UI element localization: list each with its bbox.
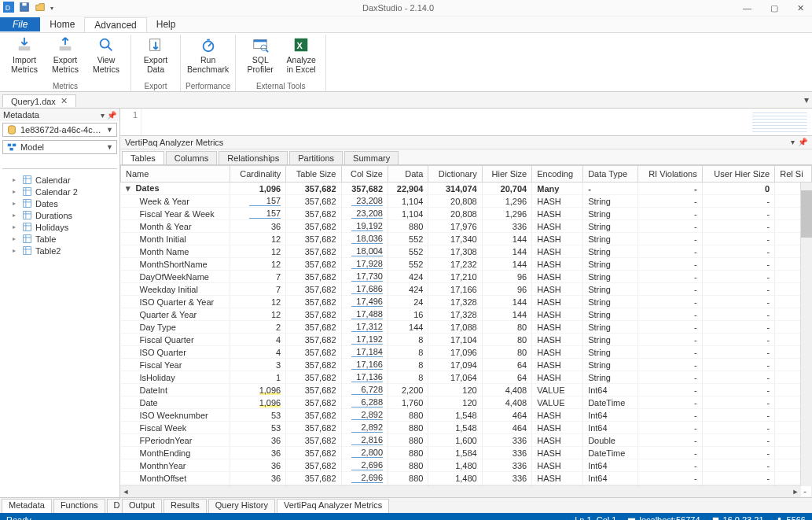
table-row[interactable]: Fiscal Year & Week157357,68223,2081,1042… — [121, 208, 812, 220]
metadata-table-item[interactable]: ▸Calendar 2 — [2, 186, 118, 197]
column-header[interactable]: Rel Si — [775, 166, 812, 183]
svg-rect-30 — [24, 200, 31, 208]
analyze-excel-button[interactable]: XAnalyzein Excel — [281, 35, 321, 76]
export-metrics-button[interactable]: ExportMetrics — [46, 35, 85, 76]
pin-icon[interactable]: 📌 — [798, 138, 807, 147]
output-tab-query-history[interactable]: Query History — [208, 499, 275, 513]
qat-save-icon[interactable] — [19, 2, 30, 14]
metadata-table-item[interactable]: ▸Durations — [2, 209, 118, 221]
output-tab-output[interactable]: Output — [122, 499, 162, 513]
table-row[interactable]: MonthnYear36357,6822,6968801,480336HASHI… — [121, 459, 812, 472]
column-header[interactable]: Hier Size — [482, 166, 532, 183]
column-header[interactable]: User Hier Size — [702, 166, 775, 183]
table-row[interactable]: ISO Weeknumber53357,6822,8928801,548464H… — [121, 409, 812, 422]
import-metrics-button[interactable]: ImportMetrics — [5, 35, 44, 76]
ribbon-tab-file[interactable]: File — [0, 17, 40, 31]
ribbon-group: ImportMetricsExportMetricsViewMetricsMet… — [0, 35, 131, 91]
ribbon-button-label: Export — [144, 55, 167, 65]
vp-tab-relationships[interactable]: Relationships — [219, 151, 288, 164]
table-row[interactable]: Fiscal Year3357,68217,166817,09464HASHSt… — [121, 359, 812, 371]
database-selector[interactable]: 1e83672d-a46c-4c88-8f22- ▼ — [2, 123, 117, 137]
vp-tab-partitions[interactable]: Partitions — [289, 151, 343, 164]
table-row[interactable]: Day Type2357,68217,31214417,08880HASHStr… — [121, 321, 812, 334]
vertical-scrollbar[interactable] — [800, 183, 812, 486]
table-name: Table — [35, 234, 56, 244]
sidebar-tab-functions[interactable]: Functions — [53, 499, 105, 513]
vp-panel-header: VertiPaq Analyzer Metrics ▾ 📌 — [120, 136, 812, 149]
metadata-table-item[interactable]: ▸Table2 — [2, 245, 118, 256]
search-input[interactable] — [6, 157, 117, 168]
close-icon[interactable]: ✕ — [61, 96, 68, 106]
table-row[interactable]: DateInt1,096357,6826,7282,2001204,408VAL… — [121, 384, 812, 396]
query-editor[interactable]: 1 — [120, 109, 812, 136]
vp-tab-summary[interactable]: Summary — [344, 151, 399, 164]
column-header[interactable]: Table Size — [286, 166, 341, 183]
output-tab-results[interactable]: Results — [164, 499, 207, 513]
column-header[interactable]: RI Violations — [637, 166, 702, 183]
table-row[interactable]: Quarter & Year12357,68217,4881617,328144… — [121, 308, 812, 321]
ribbon-tab-home[interactable]: Home — [40, 17, 84, 31]
table-row[interactable]: MonthOffset36357,6822,6968801,480336HASH… — [121, 472, 812, 485]
metrics-grid[interactable]: NameCardinalityTable SizeCol SizeDataDic… — [120, 165, 812, 497]
svg-rect-5 — [60, 46, 72, 51]
model-selector[interactable]: Model ▼ — [2, 140, 117, 154]
table-row[interactable]: DayOfWeekName7357,68217,73042417,21096HA… — [121, 271, 812, 283]
pin-icon[interactable]: 📌 — [107, 111, 116, 120]
metadata-table-item[interactable]: ▸Calendar — [2, 174, 118, 186]
table-row[interactable]: Month Name12357,68218,00455217,308144HAS… — [121, 245, 812, 258]
metadata-search[interactable] — [2, 157, 117, 169]
horizontal-scrollbar[interactable]: ◄► — [120, 485, 801, 497]
sidebar-tab-metadata[interactable]: Metadata — [2, 499, 52, 513]
ribbon-tab-advanced[interactable]: Advanced — [84, 17, 146, 32]
export-data-button[interactable]: ExportData — [136, 35, 175, 76]
vp-tab-tables[interactable]: Tables — [122, 151, 164, 164]
output-tab-vertipaq-analyzer-metrics[interactable]: VertiPaq Analyzer Metrics — [277, 499, 389, 513]
svg-rect-19 — [8, 144, 11, 147]
sql-profiler-button[interactable]: SQLProfiler — [241, 35, 280, 76]
metadata-table-item[interactable]: ▸Table — [2, 233, 118, 245]
table-row[interactable]: IsHoliday1357,68217,136817,06464HASHStri… — [121, 371, 812, 384]
ribbon-tab-help[interactable]: Help — [147, 17, 186, 31]
table-group-row[interactable]: ▾ Dates1,096357,682357,68222,904314,0742… — [121, 183, 812, 195]
metadata-table-item[interactable]: ▸Dates — [2, 197, 118, 209]
document-tab-label: Query1.dax — [11, 97, 56, 106]
table-row[interactable]: Fiscal Quarter4357,68217,192817,10480HAS… — [121, 334, 812, 346]
column-header[interactable]: Name — [121, 166, 230, 183]
view-metrics-button[interactable]: ViewMetrics — [86, 35, 126, 76]
svg-rect-24 — [24, 176, 31, 184]
table-row[interactable]: Weekday Initial7357,68217,68642417,16696… — [121, 283, 812, 296]
table-row[interactable]: FPeriodnYear36357,6822,8168801,600336HAS… — [121, 434, 812, 447]
status-count: 5566 — [775, 515, 806, 520]
table-row[interactable]: Month Initial12357,68218,03655217,340144… — [121, 233, 812, 245]
table-row[interactable]: MonthShortName12357,68217,92855217,23214… — [121, 258, 812, 271]
column-header[interactable]: Data Type — [583, 166, 637, 183]
table-row[interactable]: Week & Year157357,68223,2081,10420,8081,… — [121, 195, 812, 208]
table-row[interactable]: Fiscal Week53357,6822,8928801,548464HASH… — [121, 422, 812, 434]
ribbon-button-label: Metrics — [93, 65, 119, 74]
minimize-button[interactable]: — — [743, 3, 751, 13]
column-header[interactable]: Data — [388, 166, 428, 183]
table-row[interactable]: Date1,096357,6826,2881,7601204,408VALUED… — [121, 396, 812, 409]
table-row[interactable]: MonthEnding36357,6822,8008801,584336HASH… — [121, 447, 812, 459]
qat-open-icon[interactable] — [35, 2, 46, 14]
column-header[interactable]: Encoding — [532, 166, 583, 183]
column-header[interactable]: Cardinality — [230, 166, 286, 183]
panel-dropdown-icon[interactable]: ▾ — [791, 138, 795, 147]
svg-rect-21 — [9, 148, 13, 151]
metadata-table-item[interactable]: ▸Holidays — [2, 221, 118, 233]
panel-dropdown-icon[interactable]: ▾ — [101, 111, 105, 120]
table-row[interactable]: ISO Quarter4357,68217,184817,09680HASHSt… — [121, 346, 812, 359]
document-tab[interactable]: Query1.dax ✕ — [2, 94, 76, 107]
column-header[interactable]: Dictionary — [428, 166, 482, 183]
tab-overflow-icon[interactable]: ▾ — [804, 94, 809, 105]
column-header[interactable]: Col Size — [341, 166, 388, 183]
maximize-button[interactable]: ▢ — [770, 3, 778, 13]
run-benchmark-button[interactable]: RunBenchmark — [189, 35, 228, 76]
svg-line-15 — [266, 50, 269, 52]
table-row[interactable]: ISO Quarter & Year12357,68217,4962417,32… — [121, 296, 812, 308]
table-name: Durations — [35, 211, 72, 220]
vp-tab-columns[interactable]: Columns — [166, 151, 217, 164]
table-row[interactable]: Month & Year36357,68219,19288017,976336H… — [121, 220, 812, 233]
close-button[interactable]: ✕ — [797, 3, 804, 13]
ribbon-button-label: Metrics — [52, 65, 79, 74]
